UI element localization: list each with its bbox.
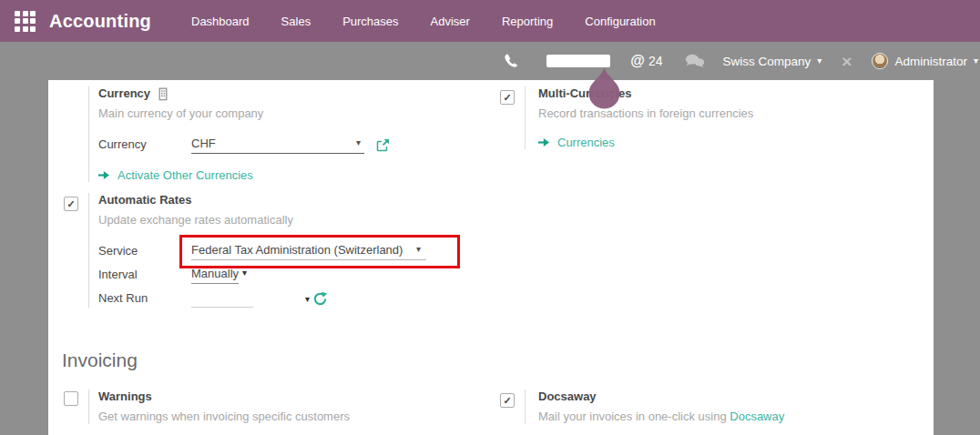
setting-automatic-rates: Automatic Rates Update exchange rates au… — [64, 193, 492, 308]
refresh-icon[interactable] — [312, 291, 328, 308]
docsaway-title: Docsaway — [538, 389, 597, 404]
top-navbar: Accounting Dashboard Sales Purchases Adv… — [0, 0, 980, 42]
user-menu[interactable]: Administrator ▾ — [872, 53, 978, 69]
multi-currencies-checkbox[interactable] — [500, 90, 515, 105]
setting-currency: Currency Main currency of your company — [64, 86, 478, 182]
automatic-rates-subtitle: Update exchange rates automatically — [98, 213, 492, 228]
currencies-link[interactable]: Currencies — [538, 136, 901, 149]
warnings-subtitle: Get warnings when invoicing specific cus… — [98, 410, 478, 424]
cursor-marker — [586, 67, 623, 113]
menu-item-configuration[interactable]: Configuration — [585, 15, 655, 28]
apps-grid-icon[interactable] — [15, 11, 36, 32]
chat-icon[interactable] — [685, 54, 705, 69]
chevron-down-icon: ▾ — [416, 245, 421, 254]
service-label: Service — [98, 244, 191, 260]
avatar — [872, 53, 888, 69]
next-run-input[interactable] — [191, 289, 253, 308]
interval-select[interactable]: Manually ▾ — [191, 267, 239, 284]
setting-docsaway: Docsaway Mail your invoices in one-click… — [500, 389, 919, 424]
chevron-down-icon: ▾ — [817, 56, 822, 66]
external-link-icon[interactable] — [375, 138, 390, 154]
systray-bar: @ 24 Swiss Company ▾ × Administrator ▾ — [0, 42, 980, 80]
at-icon: @ — [630, 53, 645, 69]
chevron-down-icon: ▾ — [242, 268, 247, 278]
chevron-down-icon: ▾ — [356, 138, 361, 147]
company-switcher[interactable]: Swiss Company ▾ — [723, 55, 822, 68]
currency-select[interactable]: CHF ▾ — [191, 137, 364, 154]
docsaway-subtitle: Mail your invoices in one-click using Do… — [538, 410, 919, 424]
invoicing-section-header: Invoicing — [62, 349, 138, 371]
menu-item-reporting[interactable]: Reporting — [502, 15, 553, 28]
company-name: Swiss Company — [723, 55, 812, 68]
activate-other-currencies-link[interactable]: Activate Other Currencies — [98, 168, 478, 182]
mentions-badge[interactable]: @ 24 — [630, 53, 662, 69]
timer-progress-bar[interactable] — [546, 55, 610, 67]
app-title: Accounting — [49, 11, 151, 32]
main-menu: Dashboard Sales Purchases Adviser Report… — [191, 15, 656, 28]
currency-subtitle: Main currency of your company — [98, 106, 478, 121]
close-icon[interactable]: × — [842, 53, 852, 70]
interval-label: Interval — [98, 268, 191, 284]
docsaway-link[interactable]: Docsaway — [730, 410, 784, 423]
mentions-count: 24 — [648, 54, 663, 68]
menu-item-purchases[interactable]: Purchases — [342, 15, 398, 28]
user-name: Administrator — [894, 55, 967, 68]
settings-sheet: Currency Main currency of your company — [48, 80, 934, 435]
setting-multi-currencies: Multi-Currencies Record transactions in … — [500, 86, 901, 149]
chevron-down-icon[interactable]: ▾ — [305, 295, 310, 308]
currency-field-label: Currency — [98, 137, 191, 154]
docsaway-checkbox[interactable] — [500, 393, 515, 408]
warnings-checkbox[interactable] — [64, 391, 78, 406]
automatic-rates-title: Automatic Rates — [98, 193, 192, 207]
warnings-title: Warnings — [98, 389, 152, 404]
currency-title: Currency — [98, 86, 150, 101]
phone-icon[interactable] — [503, 54, 517, 68]
chevron-down-icon: ▾ — [974, 56, 978, 66]
building-icon — [157, 87, 169, 101]
menu-item-dashboard[interactable]: Dashboard — [191, 15, 250, 28]
setting-warnings: Warnings Get warnings when invoicing spe… — [64, 389, 478, 424]
automatic-rates-checkbox[interactable] — [64, 197, 78, 211]
menu-item-sales[interactable]: Sales — [281, 15, 311, 28]
next-run-label: Next Run — [98, 291, 191, 308]
menu-item-adviser[interactable]: Adviser — [431, 15, 470, 28]
service-select[interactable]: Federal Tax Administration (Switzerland)… — [191, 243, 426, 260]
arrow-right-icon — [538, 137, 550, 147]
arrow-right-icon — [98, 170, 110, 180]
